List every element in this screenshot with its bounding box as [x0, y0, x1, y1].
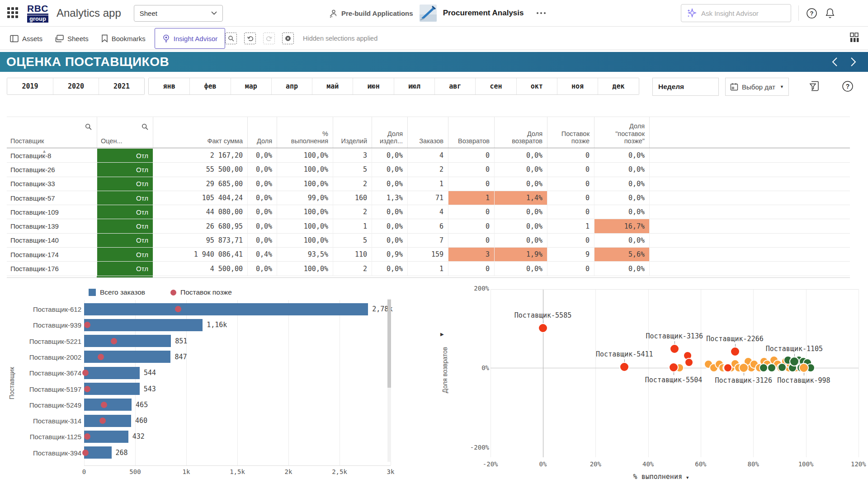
bar[interactable] [84, 319, 203, 331]
column-header[interactable]: Факт сумма [153, 117, 247, 148]
column-header[interactable]: Возвратов [448, 117, 494, 148]
column-header[interactable]: Доля "поставок позже" [594, 117, 649, 148]
sheet-help-button[interactable]: ? [842, 80, 854, 92]
supplier-cell[interactable]: Поставщик-174 [7, 248, 97, 262]
insight-advisor-search-input[interactable] [701, 9, 778, 17]
rating-cell[interactable]: Отл [97, 219, 153, 233]
late-deliveries-dot[interactable] [111, 338, 117, 344]
rbc-group-logo[interactable]: RBC group [27, 4, 48, 23]
scatter-point-labeled[interactable] [730, 347, 740, 357]
scatter-point-labeled[interactable] [619, 362, 629, 372]
bar[interactable] [84, 431, 128, 443]
scatter-point-labeled[interactable] [670, 344, 679, 354]
user-avatar[interactable]: VB [843, 4, 861, 22]
late-deliveries-dot[interactable] [99, 418, 106, 424]
supplier-cell[interactable]: Поставщик-33 [7, 177, 97, 191]
legend-item-orders[interactable]: Всего заказов [89, 288, 145, 296]
bar-category-label[interactable]: Поставщик-5249 [6, 401, 81, 408]
column-header[interactable]: Изделий [333, 117, 372, 148]
sheet-list-icon[interactable] [849, 32, 860, 43]
table-row[interactable]: Поставщик-8Отл2 167,200,0%100,0%30,0%400… [7, 149, 850, 163]
bar[interactable] [84, 351, 170, 363]
rating-cell[interactable]: Отл [97, 163, 153, 177]
app-grid-menu-icon[interactable] [7, 7, 19, 19]
search-icon[interactable] [142, 123, 148, 130]
year-button[interactable]: 2021 [99, 78, 144, 94]
month-button[interactable]: июл [394, 78, 434, 94]
month-button[interactable]: июн [353, 78, 393, 94]
tab-bookmarks[interactable]: Bookmarks [95, 27, 152, 50]
scatter-point-labeled[interactable] [789, 357, 799, 366]
axis-expand-icon[interactable]: ▶ [440, 332, 444, 337]
column-header[interactable]: Заказов [407, 117, 448, 148]
help-button[interactable]: ? [806, 8, 817, 19]
column-header[interactable]: Поставщик▲ [7, 117, 97, 148]
bar[interactable] [84, 415, 131, 427]
column-header[interactable]: Доля издел... [372, 117, 407, 148]
bar-category-label[interactable]: Поставщик-5197 [6, 385, 81, 393]
search-icon[interactable] [85, 123, 92, 130]
smart-search-button[interactable] [225, 33, 237, 44]
supplier-cell[interactable]: Поставщик-176 [7, 262, 97, 276]
column-header[interactable]: Доля [247, 117, 277, 148]
scrollbar-thumb[interactable] [387, 300, 391, 388]
month-button[interactable]: окт [516, 78, 557, 94]
step-forward-button[interactable] [263, 33, 275, 44]
legend-item-late[interactable]: Поставок позже [170, 288, 232, 296]
bar-category-label[interactable]: Поставщик-2002 [6, 353, 81, 361]
month-button[interactable]: мар [231, 78, 271, 94]
late-deliveries-dot[interactable] [84, 386, 90, 392]
bar[interactable] [84, 383, 140, 395]
column-header[interactable]: Поставок позже [547, 117, 594, 148]
supplier-cell[interactable]: Поставщик-109 [7, 205, 97, 219]
bar-category-label[interactable]: Поставщик-939 [6, 321, 81, 329]
rating-cell[interactable]: Отл [97, 191, 153, 205]
bar[interactable] [84, 303, 368, 315]
month-button[interactable]: авг [434, 78, 475, 94]
ask-insight-advisor-box[interactable] [681, 4, 791, 22]
month-button[interactable]: янв [149, 78, 189, 94]
chevron-left-icon[interactable] [832, 57, 838, 67]
rating-cell[interactable]: Отл [97, 248, 153, 262]
year-button[interactable]: 2019 [7, 78, 53, 94]
prebuild-applications-button[interactable]: Pre-build Applications [329, 9, 413, 18]
table-row[interactable]: Поставщик-33Отл29 685,000,0%100,0%20,0%1… [7, 177, 850, 191]
month-button[interactable]: дек [598, 78, 638, 94]
current-app-name[interactable]: Procurement Analysis [443, 9, 524, 18]
month-button[interactable]: май [312, 78, 353, 94]
more-options-icon[interactable] [537, 12, 546, 14]
column-header[interactable]: Доля возвратов [494, 117, 547, 148]
bar-category-label[interactable]: Поставщик-3674 [6, 369, 81, 377]
scatter-point[interactable] [767, 363, 776, 372]
scatter-point[interactable] [684, 358, 693, 367]
table-row[interactable]: Поставщик-176Отл4 500,000,0%100,0%20,0%1… [7, 262, 850, 276]
bar[interactable] [84, 399, 132, 411]
tab-insight-advisor[interactable]: Insight Advisor [155, 28, 226, 49]
rating-cell[interactable]: Отл [97, 234, 153, 248]
column-header[interactable]: Оцен... [97, 117, 153, 148]
scatter-point-labeled[interactable] [669, 362, 679, 372]
app-thumbnail[interactable] [420, 5, 437, 22]
supplier-cell[interactable]: Поставщик-57 [7, 191, 97, 205]
tab-sheets[interactable]: Sheets [49, 27, 95, 50]
bar-category-label[interactable]: Поставщик-5221 [6, 337, 81, 345]
table-row[interactable]: Поставщик-109Отл44 080,000,0%100,0%20,0%… [7, 205, 850, 219]
scatter-point-labeled[interactable] [538, 323, 548, 333]
column-header[interactable]: % выполнения [277, 117, 333, 148]
sheet-selector-dropdown[interactable]: Sheet [134, 5, 223, 22]
rating-cell[interactable]: Отл [97, 262, 153, 276]
month-button[interactable]: апр [271, 78, 312, 94]
month-button[interactable]: ноя [557, 78, 598, 94]
step-back-button[interactable] [244, 33, 256, 44]
bar[interactable] [84, 335, 171, 347]
table-row[interactable]: Поставщик-57Отл105 404,240,0%99,0%1601,3… [7, 191, 850, 205]
table-row[interactable]: Поставщик-139Отл26 680,950,0%100,0%10,0%… [7, 219, 850, 233]
table-row[interactable]: Поставщик-26Отл55 500,000,0%100,0%50,0%2… [7, 163, 850, 177]
notifications-button[interactable] [825, 8, 835, 19]
bar-category-label[interactable]: Поставщик-1125 [6, 433, 81, 441]
selections-tool-button[interactable] [809, 80, 820, 92]
chevron-right-icon[interactable] [850, 57, 856, 67]
scatter-point-labeled[interactable] [799, 363, 809, 373]
supplier-cell[interactable]: Поставщик-140 [7, 234, 97, 248]
date-picker-button[interactable]: Выбор дат ▼ [725, 78, 789, 96]
